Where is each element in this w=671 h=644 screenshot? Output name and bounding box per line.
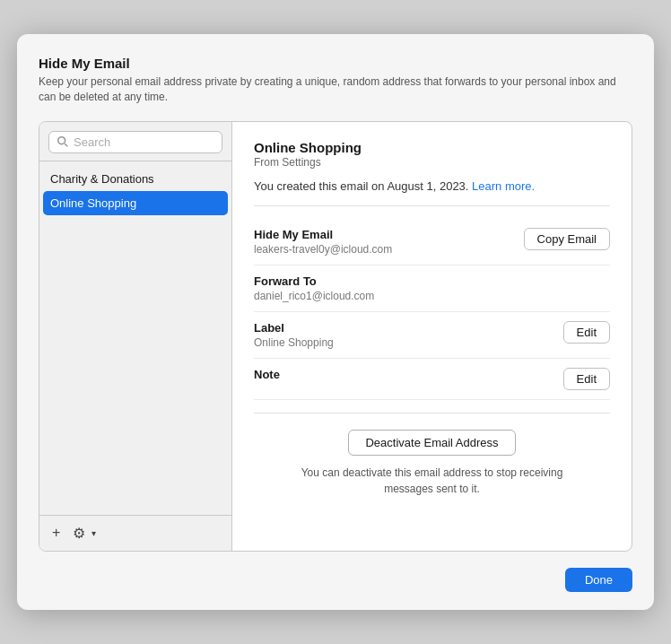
deactivate-info-text: You can deactivate this email address to… [289, 465, 576, 497]
dialog-footer: Done [39, 564, 632, 592]
sidebar-footer: + ⚙▾ [39, 515, 231, 551]
main-section-title: Online Shopping [254, 140, 610, 155]
dialog-subtitle: Keep your personal email address private… [39, 74, 632, 105]
hide-my-email-left: Hide My Email leakers-travel0y@icloud.co… [254, 228, 524, 256]
hide-my-email-label: Hide My Email [254, 228, 524, 241]
label-edit-button[interactable]: Edit [563, 321, 610, 344]
done-button[interactable]: Done [565, 568, 632, 592]
sidebar-list: Charity & Donations Online Shopping [39, 161, 231, 515]
hide-my-email-row: Hide My Email leakers-travel0y@icloud.co… [254, 219, 610, 265]
forward-to-value: daniel_rico1@icloud.com [254, 290, 610, 302]
note-row: Note Edit [254, 359, 610, 400]
hide-my-email-dialog: Hide My Email Keep your personal email a… [17, 34, 654, 610]
search-input[interactable] [74, 135, 214, 149]
gear-button[interactable]: ⚙ [69, 523, 89, 544]
note-left: Note [254, 368, 563, 381]
add-button[interactable]: + [48, 523, 64, 543]
dialog-header: Hide My Email Keep your personal email a… [39, 56, 632, 109]
search-container [39, 122, 231, 161]
main-from-label: From Settings [254, 156, 610, 169]
hide-my-email-value: leakers-travel0y@icloud.com [254, 243, 524, 256]
forward-to-left: Forward To daniel_rico1@icloud.com [254, 274, 610, 302]
search-box[interactable] [48, 131, 222, 153]
svg-point-0 [58, 137, 65, 144]
deactivate-button[interactable]: Deactivate Email Address [348, 430, 515, 456]
main-content: Online Shopping From Settings You create… [232, 122, 632, 551]
sidebar-item-online-shopping[interactable]: Online Shopping [43, 191, 228, 215]
gear-group: ⚙▾ [69, 523, 98, 544]
forward-to-label: Forward To [254, 274, 610, 288]
chevron-down-icon[interactable]: ▾ [90, 527, 98, 540]
forward-to-row: Forward To daniel_rico1@icloud.com [254, 265, 610, 312]
deactivate-section: Deactivate Email Address You can deactiv… [254, 413, 610, 497]
creation-info-row: You created this email on August 1, 2023… [254, 179, 610, 206]
sidebar: Charity & Donations Online Shopping + ⚙▾ [39, 122, 232, 551]
creation-info-text: You created this email on August 1, 2023… [254, 179, 468, 193]
search-icon [57, 135, 69, 148]
dialog-title: Hide My Email [39, 56, 632, 71]
label-value: Online Shopping [254, 336, 563, 349]
note-edit-button[interactable]: Edit [563, 368, 610, 390]
learn-more-link[interactable]: Learn more. [472, 179, 535, 193]
copy-email-button[interactable]: Copy Email [524, 228, 610, 250]
svg-line-1 [65, 144, 67, 146]
note-label: Note [254, 368, 563, 381]
label-label: Label [254, 321, 563, 335]
dialog-body: Charity & Donations Online Shopping + ⚙▾… [39, 121, 632, 552]
sidebar-item-charity[interactable]: Charity & Donations [39, 167, 231, 191]
label-left: Label Online Shopping [254, 321, 563, 349]
label-row: Label Online Shopping Edit [254, 312, 610, 359]
